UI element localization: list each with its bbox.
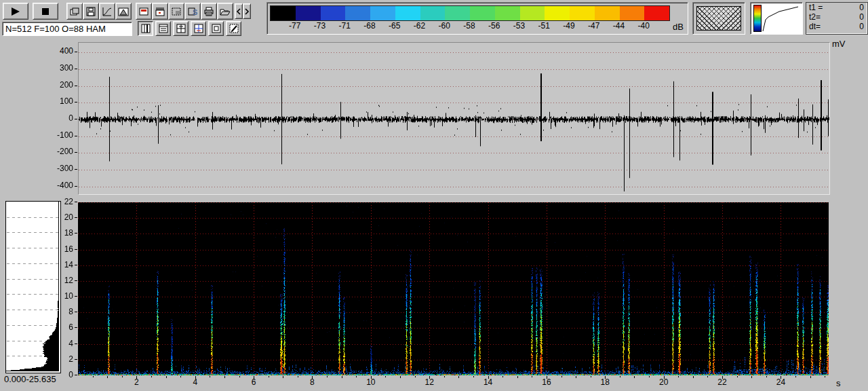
- axis-tick: [547, 376, 547, 379]
- copy-display-button[interactable]: [66, 3, 83, 20]
- laygridb-icon: [193, 24, 204, 33]
- layout-columns-button[interactable]: [138, 21, 153, 36]
- axis-tick: [151, 376, 152, 377]
- spectrogram-ytick-label: 10: [45, 291, 73, 301]
- layout-zoom-window-button[interactable]: [208, 21, 224, 36]
- wincomb-icon: [155, 7, 165, 16]
- layout-grid-axes-button[interactable]: [191, 21, 206, 36]
- spectrogram-ytick-label: 16: [45, 244, 73, 254]
- colorbar-segment: [420, 6, 446, 20]
- waveform-ytick-label: -100: [45, 130, 73, 140]
- spectrogram-xtick-label: 12: [420, 377, 439, 387]
- transfer-function-panel: [750, 2, 803, 35]
- spectrogram-xtick-label: 8: [302, 377, 321, 387]
- time-readout-row: dt=0: [806, 22, 867, 31]
- colorbar-tick-label: -40: [638, 21, 650, 31]
- axis-tick: [75, 102, 77, 103]
- spectrogram-ytick-label: 20: [45, 212, 73, 222]
- spectrogram-unit-label: s: [836, 378, 841, 388]
- spectrogram-xtick-label: 22: [713, 377, 732, 387]
- colorbar-tick-label: -47: [588, 21, 599, 31]
- axis-tick: [781, 376, 781, 379]
- selection-window-button[interactable]: [168, 3, 184, 20]
- time-readout-panel: t1 =0t2=0dt=0: [806, 2, 868, 35]
- axis-tick: [342, 376, 342, 378]
- save-button[interactable]: [83, 3, 99, 20]
- axis-tick: [400, 376, 401, 378]
- colorbar-tick-label: -44: [613, 21, 625, 31]
- analysis-window-button[interactable]: [152, 3, 168, 20]
- open-file-button[interactable]: [217, 3, 233, 20]
- next-page-button[interactable]: [243, 3, 251, 19]
- colorbar-segment: [296, 6, 321, 20]
- colorbar-segment: [595, 6, 620, 20]
- axis-tick: [75, 186, 77, 187]
- play-button[interactable]: [3, 3, 28, 20]
- spectrogram-xtick-label: 18: [595, 377, 614, 387]
- winfn-icon: [118, 7, 129, 16]
- axis-tick: [591, 376, 591, 377]
- time-readout-value: 0: [859, 12, 864, 22]
- time-readout-row: t1 =0: [806, 3, 867, 12]
- colorbar-tick-label: -68: [363, 21, 375, 31]
- edit-annotations-button[interactable]: [226, 21, 241, 36]
- crosshatch-pattern-icon: [696, 6, 741, 31]
- axis-tick: [75, 136, 77, 136]
- spectrogram-ytick-label: 6: [45, 322, 73, 332]
- transfer-curve-button[interactable]: [99, 3, 115, 20]
- axis-tick: [75, 233, 77, 234]
- colorbar-segment: [644, 6, 669, 20]
- layout-grid-button[interactable]: [173, 21, 189, 36]
- spectrogram-ytick-label: 8: [45, 307, 73, 316]
- overview-window-button[interactable]: [136, 3, 152, 20]
- palette-gradient-icon: [753, 5, 762, 32]
- axis-tick: [620, 376, 620, 377]
- axis-tick: [75, 280, 77, 281]
- spectrum-section-button[interactable]: S: [184, 3, 201, 20]
- spectrogram-xtick-label: 6: [244, 377, 263, 387]
- window-function-button[interactable]: [115, 3, 132, 20]
- axis-tick: [825, 376, 825, 377]
- axis-tick: [458, 376, 459, 378]
- axis-tick: [75, 265, 77, 265]
- spectrogram-xtick-label: 4: [186, 377, 205, 387]
- colorbar-tick-label: -53: [513, 21, 525, 31]
- print-button[interactable]: [201, 3, 217, 20]
- waveform-ytick-label: -200: [45, 147, 73, 156]
- time-readout-label: dt=: [809, 22, 821, 31]
- colorbar-segment: [321, 6, 346, 20]
- axis-tick: [707, 376, 708, 377]
- colorbar-labels: -77-73-71-68-65-62-60-58-56-53-51-49-47-…: [270, 21, 669, 32]
- axis-tick: [180, 376, 181, 377]
- axis-tick: [75, 327, 77, 328]
- axis-tick: [75, 52, 77, 52]
- prev-page-button[interactable]: [235, 3, 243, 19]
- waveform-canvas[interactable]: [78, 42, 830, 195]
- layinner-icon: [211, 24, 222, 33]
- pages-icon: [69, 7, 80, 16]
- axis-tick: [722, 376, 723, 379]
- axis-tick: [795, 376, 796, 377]
- stop-button[interactable]: [33, 3, 58, 20]
- axis-tick: [75, 202, 77, 202]
- layout-rows-button[interactable]: [155, 21, 171, 36]
- axis-tick: [210, 376, 210, 377]
- colorbar-segment: [495, 6, 520, 20]
- axis-tick: [239, 376, 240, 377]
- colorbar-tick-label: -58: [463, 21, 475, 31]
- axis-tick: [766, 376, 767, 377]
- axis-tick: [75, 375, 77, 375]
- colorbar-tick-label: -51: [538, 21, 550, 31]
- spectrogram-ytick-label: 0: [45, 370, 73, 379]
- axis-tick: [502, 376, 503, 377]
- waveform-ytick-label: 300: [45, 63, 73, 73]
- time-readout-row: t2=0: [806, 12, 867, 22]
- curve-icon: [102, 7, 113, 16]
- spectrogram-canvas[interactable]: [78, 202, 829, 375]
- spectrogram-ytick-label: 4: [45, 339, 73, 348]
- colorbar-segment: [345, 6, 370, 20]
- colorbar-segment: [545, 6, 570, 20]
- colorbar-panel: -77-73-71-68-65-62-60-58-56-53-51-49-47-…: [267, 2, 688, 35]
- axis-tick: [75, 152, 77, 153]
- colorbar-tick-label: -73: [314, 21, 326, 31]
